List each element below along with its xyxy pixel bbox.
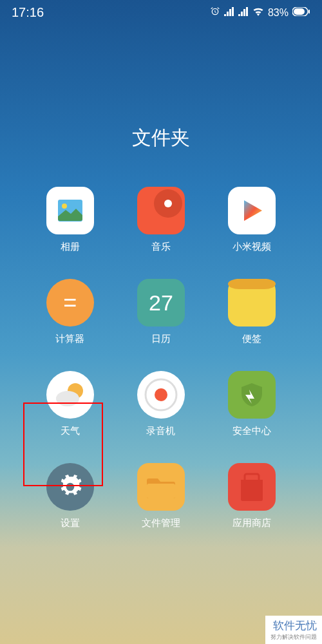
app-label: 文件管理 (142, 517, 180, 529)
music-icon (137, 187, 185, 234)
app-label: 便签 (242, 333, 261, 345)
weather-icon (46, 371, 94, 419)
folder-title: 文件夹 (0, 125, 322, 151)
watermark-subtitle: 努力解决软件问题 (270, 633, 317, 641)
app-label: 录音机 (146, 425, 175, 437)
alarm-icon (210, 6, 220, 19)
status-indicators: 83% (210, 6, 310, 19)
security-icon (228, 371, 276, 419)
app-grid: 相册 音乐 小米视频 = 计算器 27 日历 便签 天气 (0, 187, 322, 529)
files-icon (137, 463, 185, 511)
app-label: 小米视频 (232, 241, 271, 253)
app-label: 日历 (151, 333, 171, 345)
app-label: 设置 (61, 517, 80, 529)
app-settings[interactable]: 设置 (31, 463, 109, 529)
svg-rect-2 (308, 10, 310, 14)
calculator-icon: = (46, 279, 94, 327)
app-music[interactable]: 音乐 (122, 187, 200, 253)
notes-icon (228, 279, 276, 327)
status-bar: 17:16 83% (0, 0, 322, 25)
signal-1-icon (224, 7, 234, 19)
app-weather[interactable]: 天气 (31, 371, 109, 437)
app-label: 相册 (61, 241, 80, 253)
app-gallery[interactable]: 相册 (31, 187, 109, 253)
svg-rect-1 (294, 8, 305, 15)
recorder-icon (137, 371, 185, 419)
app-files[interactable]: 文件管理 (122, 463, 200, 529)
appstore-icon (228, 463, 276, 511)
battery-icon (292, 7, 310, 19)
app-appstore[interactable]: 应用商店 (213, 463, 291, 529)
clock: 17:16 (12, 5, 44, 20)
svg-point-9 (56, 391, 79, 406)
svg-point-4 (62, 204, 67, 209)
svg-rect-7 (228, 279, 276, 289)
app-calculator[interactable]: = 计算器 (31, 279, 109, 345)
app-security[interactable]: 安全中心 (213, 371, 291, 437)
calendar-day: 27 (149, 290, 173, 316)
signal-2-icon (238, 7, 249, 19)
svg-point-11 (155, 388, 167, 401)
equals-sign: = (63, 289, 77, 316)
calendar-icon: 27 (137, 279, 185, 327)
video-icon (228, 187, 276, 234)
app-notes[interactable]: 便签 (213, 279, 291, 345)
app-label: 应用商店 (232, 517, 271, 529)
svg-rect-12 (147, 484, 175, 498)
app-recorder[interactable]: 录音机 (122, 371, 200, 437)
svg-point-6 (164, 200, 172, 207)
app-label: 音乐 (151, 241, 171, 253)
app-label: 计算器 (55, 333, 84, 345)
battery-pct: 83% (268, 7, 289, 19)
settings-icon (46, 463, 94, 511)
wifi-icon (252, 7, 264, 19)
app-label: 天气 (61, 425, 80, 437)
app-label: 安全中心 (232, 425, 271, 437)
watermark-title: 软件无忧 (270, 618, 317, 633)
gallery-icon (46, 187, 94, 234)
watermark: 软件无忧 努力解决软件问题 (265, 616, 322, 644)
app-video[interactable]: 小米视频 (213, 187, 291, 253)
app-calendar[interactable]: 27 日历 (122, 279, 200, 345)
